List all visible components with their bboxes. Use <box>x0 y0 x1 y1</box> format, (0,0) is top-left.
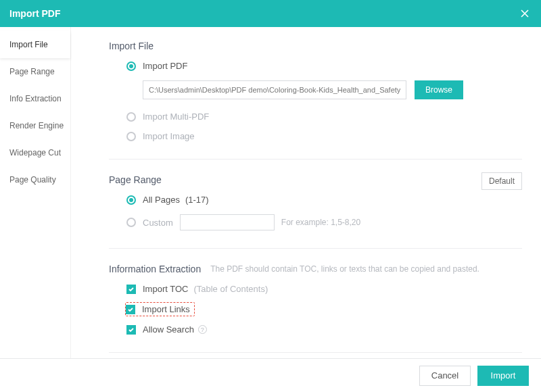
option-label: Import Image <box>143 131 195 141</box>
custom-range-hint: For example: 1,5-8,20 <box>281 218 360 227</box>
checkbox-label: Import Links <box>142 304 190 314</box>
main-panel: Import File Import PDF Browse Import Mul… <box>71 27 541 358</box>
checkbox-sublabel: (Table of Contents) <box>193 284 268 294</box>
checkbox-icon[interactable] <box>126 285 136 294</box>
section-import-file: Import File Import PDF Browse Import Mul… <box>109 41 522 141</box>
section-heading: Page Range <box>109 174 522 185</box>
section-page-range: Default Page Range All Pages (1-17) Cust… <box>109 174 522 230</box>
default-button[interactable]: Default <box>481 172 522 190</box>
radio-icon[interactable] <box>126 112 136 122</box>
help-icon[interactable]: ? <box>198 325 207 334</box>
page-range-total: (1-17) <box>185 195 209 205</box>
highlight-box: Import Links <box>125 302 195 316</box>
divider <box>109 352 522 353</box>
dialog-title: Import PDF <box>9 8 60 19</box>
option-custom-range[interactable]: Custom For example: 1,5-8,20 <box>126 214 522 230</box>
radio-icon[interactable] <box>126 62 136 71</box>
sidebar-item-page-range[interactable]: Page Range <box>0 58 70 85</box>
divider <box>109 248 522 249</box>
custom-range-input[interactable] <box>180 214 275 230</box>
option-label: All Pages <box>143 195 180 205</box>
file-path-input[interactable] <box>143 80 406 99</box>
sidebar: Import File Page Range Info Extraction R… <box>0 27 71 358</box>
heading-text: Information Extraction <box>109 264 201 274</box>
section-heading: Information Extraction The PDF should co… <box>109 264 522 274</box>
titlebar: Import PDF <box>0 0 541 27</box>
radio-icon[interactable] <box>126 132 136 141</box>
option-import-image[interactable]: Import Image <box>126 131 522 141</box>
sidebar-item-render-engine[interactable]: Render Engine <box>0 112 70 139</box>
sidebar-item-import-file[interactable]: Import File <box>0 31 70 58</box>
section-subtext: The PDF should contain TOC, links or tex… <box>210 264 479 274</box>
option-import-multi-pdf[interactable]: Import Multi-PDF <box>126 112 522 122</box>
option-label: Import PDF <box>143 61 187 71</box>
checkbox-import-links[interactable]: Import Links <box>126 302 522 316</box>
radio-icon[interactable] <box>126 218 136 227</box>
close-icon[interactable] <box>518 7 532 20</box>
divider <box>109 159 522 160</box>
checkbox-import-toc[interactable]: Import TOC (Table of Contents) <box>126 284 522 294</box>
section-info-extraction: Information Extraction The PDF should co… <box>109 264 522 335</box>
option-import-pdf[interactable]: Import PDF <box>126 61 522 71</box>
import-button[interactable]: Import <box>477 366 529 386</box>
checkbox-label: Allow Search <box>143 324 194 335</box>
cancel-button[interactable]: Cancel <box>419 366 471 386</box>
option-all-pages[interactable]: All Pages (1-17) <box>126 195 522 205</box>
checkbox-icon[interactable] <box>126 305 135 314</box>
browse-button[interactable]: Browse <box>415 80 463 99</box>
checkbox-allow-search[interactable]: Allow Search ? <box>126 324 522 335</box>
sidebar-item-info-extraction[interactable]: Info Extraction <box>0 85 70 112</box>
section-heading: Import File <box>109 41 522 51</box>
sidebar-item-widepage-cut[interactable]: Widepage Cut <box>0 139 70 166</box>
option-label: Custom <box>143 218 173 228</box>
dialog-footer: Cancel Import <box>0 358 541 392</box>
radio-icon[interactable] <box>126 195 136 205</box>
sidebar-item-page-quality[interactable]: Page Quality <box>0 166 70 193</box>
checkbox-icon[interactable] <box>126 325 136 335</box>
checkbox-label: Import TOC <box>143 284 188 294</box>
option-label: Import Multi-PDF <box>143 112 209 122</box>
